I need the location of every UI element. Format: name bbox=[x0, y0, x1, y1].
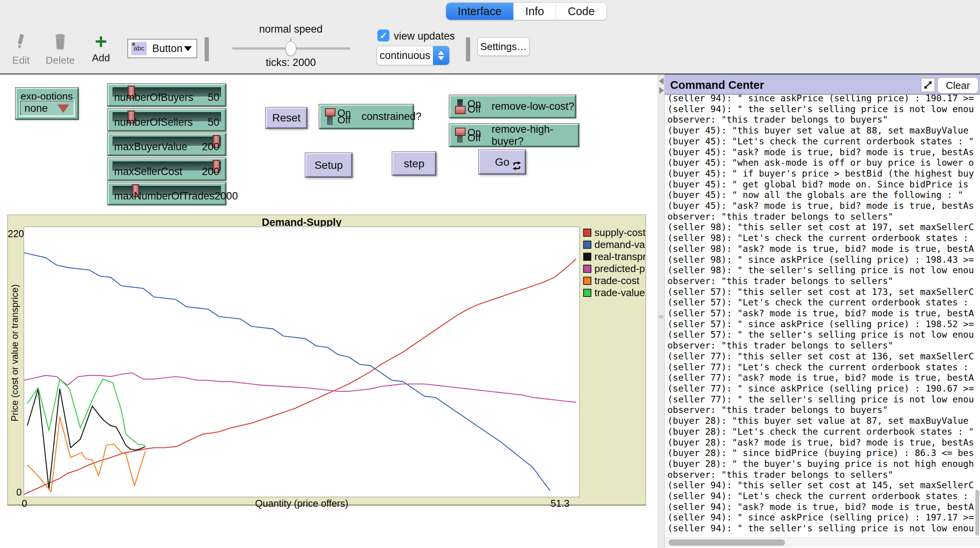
legend-item: real-transprice bbox=[583, 251, 645, 263]
plot-legend: supply-cost demand-value real-transprice… bbox=[583, 227, 645, 299]
x-axis-label: Quantity (price offers) bbox=[24, 498, 580, 509]
switch-off-label: Off bbox=[467, 103, 481, 115]
slider-numberOfBuyers[interactable]: numberOfBuyers 50 bbox=[108, 84, 226, 106]
switch-track[interactable] bbox=[457, 99, 463, 114]
view-updates-label: view updates bbox=[394, 30, 455, 42]
command-center: Command Center Clear (seller 94): " sinc… bbox=[665, 75, 980, 548]
y-axis-min: 0 bbox=[8, 487, 22, 498]
legend-item: demand-value bbox=[583, 239, 645, 251]
legend-item: predicted-price bbox=[583, 263, 645, 275]
update-mode-value: continuous bbox=[377, 50, 433, 62]
y-axis-label: Price (cost or value or transprice) bbox=[9, 305, 20, 421]
legend-label: trade-cost bbox=[594, 275, 639, 287]
step-button[interactable]: step bbox=[392, 152, 436, 175]
switch-name: constrained? bbox=[361, 106, 422, 128]
tab-interface[interactable]: Interface bbox=[446, 3, 514, 20]
slider-value: 200 bbox=[202, 166, 219, 178]
legend-label: real-transprice bbox=[594, 251, 645, 263]
x-axis-max: 51.3 bbox=[551, 498, 582, 509]
delete-label: Delete bbox=[43, 54, 78, 66]
slider-name: maxNumberOfTrades bbox=[114, 190, 215, 202]
tab-info[interactable]: Info bbox=[514, 3, 556, 20]
button-widget-icon: abc bbox=[131, 42, 147, 55]
legend-swatch bbox=[583, 289, 591, 297]
command-center-header: Command Center Clear bbox=[665, 75, 980, 95]
delete-button[interactable]: Delete bbox=[43, 33, 78, 66]
settings-button[interactable]: Settings… bbox=[478, 37, 530, 56]
slider-name: numberOfBuyers bbox=[114, 92, 193, 104]
toolbar-separator bbox=[466, 37, 470, 61]
horizontal-scrollbar[interactable] bbox=[665, 537, 980, 547]
chooser-dropdown[interactable]: none bbox=[20, 101, 74, 116]
series-demand-value bbox=[24, 253, 550, 491]
tab-code[interactable]: Code bbox=[556, 3, 606, 20]
go-label: Go bbox=[495, 156, 509, 168]
slider-value: 50 bbox=[208, 116, 219, 128]
chevron-down-icon bbox=[184, 46, 192, 51]
demand-supply-plot: Demand-Supply 220 0 Price (cost or value… bbox=[7, 215, 646, 505]
legend-label: supply-cost bbox=[594, 227, 645, 239]
toolbar-separator bbox=[205, 37, 209, 61]
slider-value: 200 bbox=[202, 141, 219, 153]
widget-type-value: Button bbox=[152, 43, 184, 55]
switch-handle[interactable] bbox=[455, 128, 466, 136]
collapse-right-icon[interactable] bbox=[659, 87, 664, 94]
forever-loop-icon bbox=[512, 161, 521, 170]
switch-track[interactable] bbox=[457, 128, 463, 142]
edit-button[interactable]: Edit bbox=[5, 33, 36, 66]
horizontal-scrollbar-thumb[interactable] bbox=[669, 539, 785, 546]
plus-icon: + bbox=[85, 33, 117, 50]
speed-slider-thumb[interactable] bbox=[285, 41, 296, 56]
chooser-exp-options[interactable]: exp-options none bbox=[16, 88, 78, 120]
tab-bar: Interface Info Code bbox=[446, 2, 607, 20]
switch-handle[interactable] bbox=[325, 108, 335, 116]
legend-swatch bbox=[583, 253, 591, 261]
y-axis-max: 220 bbox=[8, 228, 22, 239]
switch-constrained[interactable]: On Off constrained? bbox=[319, 104, 414, 129]
trash-icon bbox=[53, 33, 67, 50]
stepper-icon bbox=[433, 46, 449, 65]
pencil-icon bbox=[14, 33, 28, 50]
clear-button[interactable]: Clear bbox=[937, 77, 978, 94]
setup-button[interactable]: Setup bbox=[305, 153, 352, 177]
widget-type-dropdown[interactable]: abc Button bbox=[127, 39, 197, 58]
switch-handle[interactable] bbox=[455, 106, 466, 114]
go-button[interactable]: Go bbox=[479, 150, 526, 174]
slider-name: numberOfSellers bbox=[114, 116, 193, 128]
command-center-log: (seller 94): " since askPrice (selling p… bbox=[667, 95, 977, 534]
slider-maxSellerCost[interactable]: maxSellerCost 200 bbox=[108, 158, 226, 180]
slider-name: maxBuyerValue bbox=[114, 141, 188, 153]
legend-swatch bbox=[583, 229, 591, 237]
toolbar: Interface Info Code Edit Delete + Add bbox=[0, 0, 980, 75]
legend-label: demand-value bbox=[594, 239, 645, 251]
vertical-scrollbar-thumb[interactable] bbox=[975, 490, 979, 536]
slider-numberOfSellers[interactable]: numberOfSellers 50 bbox=[108, 109, 226, 131]
command-center-splitter[interactable] bbox=[658, 75, 665, 548]
switch-name: remove-high-buyer? bbox=[492, 125, 578, 146]
view-updates-checkbox[interactable]: ✓ bbox=[377, 29, 389, 42]
ticks-counter: ticks: 2000 bbox=[244, 57, 337, 69]
slider-maxNumberOfTrades[interactable]: maxNumberOfTrades 2000 bbox=[108, 182, 226, 205]
splitter-handle[interactable] bbox=[659, 314, 664, 319]
slider-maxBuyerValue[interactable]: maxBuyerValue 200 bbox=[108, 133, 226, 156]
legend-swatch bbox=[583, 241, 591, 249]
switch-name: remove-low-cost? bbox=[492, 96, 574, 117]
switch-remove-low-cost[interactable]: On Off remove-low-cost? bbox=[449, 95, 576, 118]
chevron-down-icon bbox=[438, 56, 444, 60]
chooser-value: none bbox=[24, 102, 58, 114]
dropdown-triangle-icon bbox=[58, 104, 69, 112]
series-trade-value bbox=[27, 379, 145, 446]
reset-button[interactable]: Reset bbox=[266, 108, 307, 128]
switch-off-label: Off bbox=[337, 114, 351, 126]
legend-label: trade-value bbox=[594, 287, 645, 299]
export-popout-button[interactable] bbox=[921, 78, 935, 92]
command-center-output[interactable]: (seller 94): " since askPrice (selling p… bbox=[667, 95, 977, 535]
legend-label: predicted-price bbox=[594, 263, 645, 275]
collapse-left-icon[interactable] bbox=[659, 78, 664, 85]
slider-value: 50 bbox=[208, 92, 219, 104]
add-button[interactable]: + Add bbox=[85, 33, 117, 64]
update-mode-select[interactable]: continuous bbox=[377, 46, 450, 65]
switch-track[interactable] bbox=[327, 109, 333, 125]
switch-remove-high-buyer[interactable]: On Off remove-high-buyer? bbox=[449, 124, 579, 147]
speed-slider-label: normal speed bbox=[252, 23, 330, 35]
